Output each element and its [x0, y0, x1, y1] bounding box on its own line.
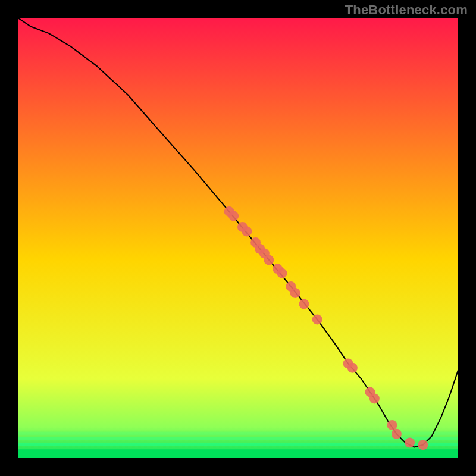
svg-rect-2	[18, 443, 458, 446]
data-point	[264, 255, 274, 265]
data-point	[392, 429, 402, 439]
data-point	[228, 211, 239, 221]
data-point	[290, 288, 300, 298]
svg-rect-1	[18, 437, 458, 440]
svg-rect-3	[18, 449, 458, 458]
chart-svg	[18, 18, 458, 458]
plot-area	[18, 18, 458, 458]
data-point	[387, 420, 397, 430]
data-point	[369, 394, 380, 404]
gradient-background	[18, 18, 458, 458]
data-point	[312, 314, 322, 324]
chart-frame: TheBottleneck.com	[0, 0, 476, 476]
data-point	[347, 363, 358, 373]
data-point	[418, 440, 428, 450]
data-point	[277, 268, 287, 278]
data-point	[299, 299, 309, 309]
data-point	[405, 438, 415, 448]
data-point	[242, 226, 252, 236]
watermark-text: TheBottleneck.com	[345, 2, 468, 18]
